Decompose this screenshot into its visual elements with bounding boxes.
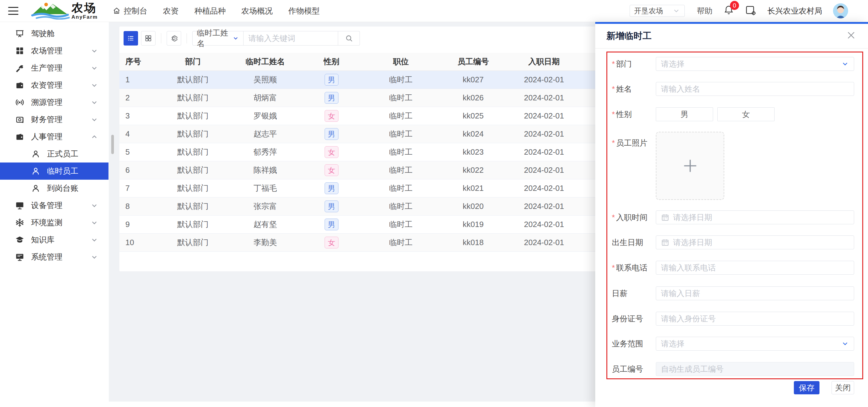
gender-tag-cell: 女 bbox=[301, 164, 362, 176]
brand-name-en: AnyFarm bbox=[71, 14, 98, 20]
sidebar-nav: 驾驶舱农场管理生产管理农资管理溯源管理财务管理人事管理正式员工临时员工到岗台账设… bbox=[0, 22, 108, 407]
help-link[interactable]: 帮助 bbox=[697, 6, 712, 16]
field-label-员工编号: 员工编号 bbox=[612, 362, 655, 376]
field-身份证号-input[interactable]: 请输入身份证号 bbox=[656, 312, 854, 325]
sidebar-item-驾驶舱[interactable]: 驾驶舱 bbox=[0, 25, 108, 42]
list-view-button[interactable] bbox=[124, 31, 138, 45]
nav-item-3[interactable]: 种植品种 bbox=[194, 6, 226, 16]
sidebar-item-到岗台账[interactable]: 到岗台账 bbox=[0, 180, 108, 197]
search-placeholder: 请输入关键词 bbox=[248, 33, 296, 44]
field-员工编号-input: 自动生成员工编号 bbox=[656, 362, 854, 376]
cell-员工编号: kk019 bbox=[440, 220, 506, 229]
notification-bell[interactable]: 0 bbox=[723, 4, 734, 17]
farm-select[interactable]: 开垦农场 bbox=[629, 5, 685, 17]
field-日薪-input[interactable]: 请输入日薪 bbox=[656, 286, 854, 300]
required-asterisk: * bbox=[612, 261, 615, 275]
sidebar-item-label: 正式员工 bbox=[47, 149, 79, 159]
hammer-icon bbox=[15, 63, 24, 73]
keyword-search-input[interactable]: 请输入关键词 bbox=[244, 31, 338, 45]
cell-入职日期: 2024-02-01 bbox=[506, 148, 582, 157]
sidebar-item-溯源管理[interactable]: 溯源管理 bbox=[0, 94, 108, 111]
gear-icon bbox=[170, 34, 178, 42]
field-部门-select[interactable]: 请选择 bbox=[656, 57, 854, 71]
gender-option-女[interactable]: 女 bbox=[717, 107, 775, 121]
nav-item-4[interactable]: 农场概况 bbox=[241, 6, 273, 16]
nav-item-label: 种植品种 bbox=[194, 6, 226, 16]
column-settings-button[interactable] bbox=[167, 31, 181, 45]
cell-部门: 默认部门 bbox=[157, 93, 229, 103]
cell-员工编号: kk025 bbox=[440, 111, 506, 121]
cell-员工编号: kk021 bbox=[440, 184, 506, 193]
sidebar-scrollbar[interactable] bbox=[111, 135, 114, 154]
cell-临时工姓名: 胡炳富 bbox=[229, 93, 301, 103]
sidebar-item-财务管理[interactable]: 财务管理 bbox=[0, 111, 108, 128]
save-button[interactable]: 保存 bbox=[794, 381, 819, 394]
hamburger-menu-icon[interactable] bbox=[8, 7, 19, 15]
placeholder-text: 请输入联系电话 bbox=[661, 262, 716, 273]
gender-option-男[interactable]: 男 bbox=[656, 107, 713, 121]
gender-tag: 男 bbox=[324, 128, 338, 140]
cell-临时工姓名: 赵有坚 bbox=[229, 219, 301, 230]
drawer-close-button[interactable] bbox=[846, 30, 856, 40]
field-联系电话-input[interactable]: 请输入联系电话 bbox=[656, 261, 854, 275]
field-业务范围-select[interactable]: 请选择 bbox=[656, 337, 854, 351]
gender-tag: 男 bbox=[324, 219, 338, 230]
app-logo: 农场 AnyFarm bbox=[30, 2, 98, 20]
nav-item-5[interactable]: 作物模型 bbox=[288, 6, 320, 16]
sidebar-item-环境监测[interactable]: 环境监测 bbox=[0, 214, 108, 231]
cell-职位: 临时工 bbox=[362, 219, 440, 230]
sidebar-item-正式员工[interactable]: 正式员工 bbox=[0, 145, 108, 162]
card-view-button[interactable] bbox=[141, 31, 156, 45]
cell-部门: 默认部门 bbox=[157, 129, 229, 139]
field-label-身份证号: 身份证号 bbox=[612, 312, 655, 325]
gender-tag-cell: 女 bbox=[301, 110, 362, 122]
panel-gear-icon bbox=[745, 4, 756, 16]
close-button[interactable]: 关闭 bbox=[832, 381, 854, 394]
nav-item-1[interactable]: 控制台 bbox=[113, 6, 147, 16]
sidebar-item-知识库[interactable]: 知识库 bbox=[0, 231, 108, 248]
sidebar-item-设备管理[interactable]: 设备管理 bbox=[0, 197, 108, 214]
top-navbar: 农场 AnyFarm 控制台农资种植品种农场概况作物模型 开垦农场 帮助 0 bbox=[0, 0, 868, 22]
cell-职位: 临时工 bbox=[362, 165, 440, 176]
cell-临时工姓名: 郁秀萍 bbox=[229, 147, 301, 157]
chevron-down-icon bbox=[673, 7, 680, 15]
gender-tag: 男 bbox=[324, 92, 338, 104]
filter-field-select[interactable]: 临时工姓名 bbox=[192, 31, 244, 45]
column-header-员工编号: 员工编号 bbox=[440, 56, 506, 67]
sidebar-item-label: 人事管理 bbox=[31, 131, 62, 142]
sidebar-item-系统管理[interactable]: 系统管理 bbox=[0, 248, 108, 265]
farm-select-value: 开垦农场 bbox=[634, 6, 673, 16]
chevron-down-icon bbox=[90, 99, 98, 106]
sidebar-item-农场管理[interactable]: 农场管理 bbox=[0, 42, 108, 59]
sidebar-item-人事管理[interactable]: 人事管理 bbox=[0, 128, 108, 145]
chevron-down-icon bbox=[232, 35, 239, 42]
placeholder-text: 请选择 bbox=[661, 59, 684, 69]
sidebar-item-农资管理[interactable]: 农资管理 bbox=[0, 76, 108, 94]
system-icon bbox=[15, 252, 24, 262]
field-姓名-input[interactable]: 请输入姓名 bbox=[656, 82, 854, 96]
field-出生日期-input[interactable]: 请选择日期 bbox=[656, 236, 854, 249]
field-label-日薪: 日薪 bbox=[612, 286, 655, 300]
drawer-top-accent bbox=[595, 22, 868, 24]
user-avatar[interactable] bbox=[833, 3, 848, 19]
required-asterisk: * bbox=[612, 57, 615, 71]
sidebar-item-label: 溯源管理 bbox=[31, 97, 62, 107]
cell-序号: 8 bbox=[119, 202, 157, 211]
sidebar-item-label: 生产管理 bbox=[31, 63, 62, 73]
placeholder-text: 自动生成员工编号 bbox=[661, 364, 724, 374]
workbench-settings-button[interactable] bbox=[745, 4, 756, 17]
cell-序号: 4 bbox=[119, 129, 157, 139]
cell-序号: 6 bbox=[119, 165, 157, 175]
monitor-icon bbox=[15, 201, 24, 210]
sidebar-item-label: 知识库 bbox=[31, 234, 55, 245]
sidebar-item-临时员工[interactable]: 临时员工 bbox=[0, 162, 108, 180]
sidebar-item-label: 财务管理 bbox=[31, 114, 62, 125]
finance-icon bbox=[15, 115, 24, 124]
nav-item-2[interactable]: 农资 bbox=[163, 6, 179, 16]
sidebar-item-生产管理[interactable]: 生产管理 bbox=[0, 59, 108, 76]
cell-员工编号: kk023 bbox=[440, 148, 506, 157]
field-入职时间-input[interactable]: 请选择日期 bbox=[656, 211, 854, 224]
search-button[interactable] bbox=[338, 31, 360, 45]
photo-upload-box[interactable] bbox=[656, 132, 724, 200]
gender-tag: 女 bbox=[324, 164, 338, 176]
